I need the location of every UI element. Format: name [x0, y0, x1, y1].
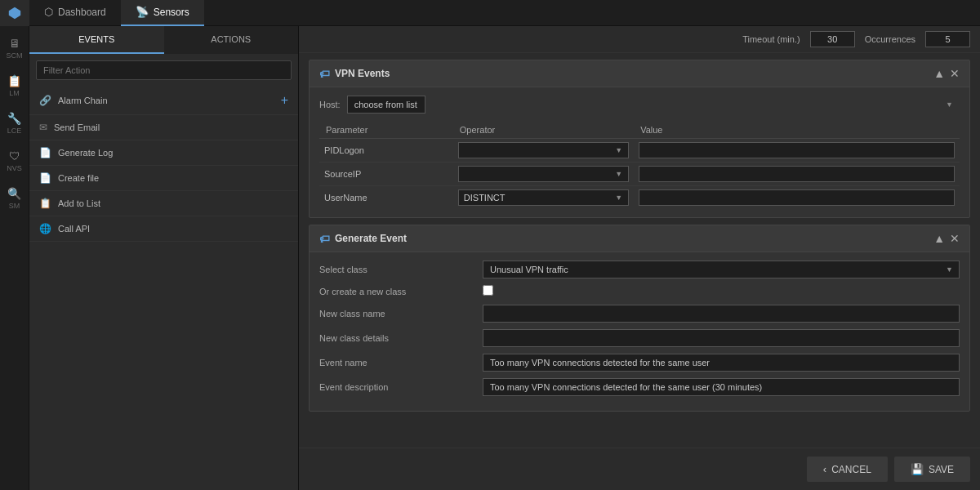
- value-input-0[interactable]: [639, 142, 955, 158]
- form-row-event-name: Event name: [319, 354, 960, 372]
- or-create-checkbox[interactable]: [483, 285, 493, 296]
- new-class-details-input[interactable]: [483, 329, 960, 347]
- or-create-label: Or create a new class: [319, 287, 483, 296]
- timeout-input[interactable]: [810, 31, 855, 47]
- left-panel: EVENTS ACTIONS 🔗 Alarm Chain +: [29, 26, 299, 490]
- call-api-icon: 🌐: [39, 223, 51, 234]
- action-item-send-email[interactable]: ✉ Send Email: [29, 115, 298, 140]
- col-operator: Operator: [453, 122, 634, 139]
- dashboard-icon: ⬡: [44, 6, 53, 18]
- operator-select-2[interactable]: DISTINCT: [458, 189, 629, 206]
- save-icon: 💾: [911, 463, 924, 475]
- action-item-generate-log[interactable]: 📄 Generate Log: [29, 140, 298, 166]
- col-parameter: Parameter: [319, 122, 453, 139]
- generate-event-card: 🏷 Generate Event ▲ ✕ Select class: [309, 225, 970, 412]
- param-name-0: PIDLogon: [324, 145, 364, 155]
- host-select[interactable]: choose from list: [347, 96, 425, 114]
- cancel-button[interactable]: ‹ CANCEL: [807, 457, 888, 482]
- action-item-add-to-list[interactable]: 📋 Add to List: [29, 191, 298, 216]
- filter-input[interactable]: [36, 60, 292, 80]
- lce-icon: 🔧: [7, 112, 21, 125]
- event-description-label: Event description: [319, 382, 483, 392]
- sidebar: 🖥 SCM 📋 LM 🔧 LCE 🛡 NVS 🔍 SM: [0, 26, 29, 490]
- vpn-events-close-button[interactable]: ✕: [950, 67, 960, 80]
- new-class-name-label: New class name: [319, 309, 483, 318]
- generate-event-icon: 🏷: [319, 233, 330, 245]
- subtabs: EVENTS ACTIONS: [29, 26, 298, 54]
- generate-event-collapse-button[interactable]: ▲: [933, 232, 945, 245]
- generate-event-header: 🏷 Generate Event ▲ ✕: [310, 225, 969, 252]
- tab-sensors[interactable]: 📡 Sensors: [121, 0, 204, 26]
- new-class-details-label: New class details: [319, 333, 483, 343]
- vpn-events-card: 🏷 VPN Events ▲ ✕ Host:: [309, 60, 970, 218]
- sidebar-item-lm[interactable]: 📋 LM: [0, 67, 29, 105]
- host-label: Host:: [319, 100, 341, 109]
- action-list: 🔗 Alarm Chain + ✉ Send Email 📄: [29, 87, 298, 490]
- table-row: SourceIP: [319, 163, 960, 186]
- action-item-call-api[interactable]: 🌐 Call API: [29, 216, 298, 242]
- select-class-label: Select class: [319, 265, 483, 274]
- param-name-1: SourceIP: [324, 169, 361, 179]
- sidebar-item-lce[interactable]: 🔧 LCE: [0, 105, 29, 142]
- bottom-bar: ‹ CANCEL 💾 SAVE: [299, 448, 980, 490]
- action-item-create-file[interactable]: 📄 Create file: [29, 166, 298, 191]
- app-logo: [0, 0, 29, 26]
- tab-events[interactable]: EVENTS: [29, 26, 164, 54]
- params-table: Parameter Operator Value PIDLogon: [319, 122, 960, 209]
- add-alarm-chain-button[interactable]: +: [281, 93, 288, 108]
- host-select-wrapper: choose from list: [347, 96, 960, 114]
- form-row-event-description: Event description: [319, 378, 960, 396]
- generate-event-close-button[interactable]: ✕: [950, 232, 960, 245]
- col-value: Value: [634, 122, 960, 139]
- host-row: Host: choose from list: [319, 96, 960, 114]
- generate-event-body: Select class Unusual VPN traffic Or crea…: [310, 252, 969, 411]
- action-item-alarm-chain[interactable]: 🔗 Alarm Chain +: [29, 87, 298, 115]
- form-row-new-class-name: New class name: [319, 305, 960, 323]
- scm-icon: 🖥: [9, 37, 20, 50]
- new-class-name-input[interactable]: [483, 305, 960, 323]
- sensors-icon: 📡: [136, 6, 149, 18]
- vpn-events-icon: 🏷: [319, 68, 330, 80]
- scroll-area: 🏷 VPN Events ▲ ✕ Host:: [299, 53, 980, 448]
- event-name-input[interactable]: [483, 354, 960, 372]
- table-row: UserName DISTINCT: [319, 186, 960, 210]
- operator-select-0[interactable]: [458, 142, 629, 158]
- tab-dashboard[interactable]: ⬡ Dashboard: [29, 0, 121, 26]
- vpn-events-title: VPN Events: [335, 68, 390, 79]
- form-row-new-class-details: New class details: [319, 329, 960, 347]
- form-row-select-class: Select class Unusual VPN traffic: [319, 261, 960, 278]
- value-input-2[interactable]: [639, 189, 955, 206]
- nvs-icon: 🛡: [9, 149, 20, 163]
- top-nav: ⬡ Dashboard 📡 Sensors: [0, 0, 980, 26]
- lm-icon: 📋: [7, 74, 21, 87]
- operator-select-1[interactable]: [458, 166, 629, 182]
- vpn-events-collapse-button[interactable]: ▲: [933, 67, 945, 80]
- select-class-select[interactable]: Unusual VPN traffic: [483, 261, 960, 278]
- vpn-events-header: 🏷 VPN Events ▲ ✕: [310, 60, 969, 87]
- sidebar-item-nvs[interactable]: 🛡 NVS: [0, 142, 29, 180]
- save-button[interactable]: 💾 SAVE: [894, 457, 970, 482]
- sidebar-item-sm[interactable]: 🔍 SM: [0, 180, 29, 217]
- vpn-events-body: Host: choose from list: [310, 87, 969, 217]
- sm-icon: 🔍: [7, 187, 21, 200]
- param-name-2: UserName: [324, 193, 368, 203]
- send-email-icon: ✉: [39, 122, 47, 133]
- tab-actions[interactable]: ACTIONS: [164, 26, 299, 54]
- form-row-or-create: Or create a new class: [319, 285, 960, 298]
- right-panel: Timeout (min.) Occurrences 🏷 VPN Events: [299, 26, 980, 490]
- value-input-1[interactable]: [639, 166, 955, 182]
- filter-container: [36, 60, 292, 80]
- cancel-icon: ‹: [823, 463, 826, 475]
- generate-log-icon: 📄: [39, 147, 51, 158]
- occurrences-input[interactable]: [925, 31, 970, 47]
- create-file-icon: 📄: [39, 172, 51, 184]
- event-description-input[interactable]: [483, 378, 960, 396]
- table-row: PIDLogon: [319, 139, 960, 163]
- event-name-label: Event name: [319, 358, 483, 368]
- sidebar-item-scm[interactable]: 🖥 SCM: [0, 29, 29, 67]
- timeout-label: Timeout (min.): [742, 34, 800, 44]
- alarm-chain-icon: 🔗: [39, 95, 51, 106]
- occurrences-label: Occurrences: [865, 34, 915, 44]
- generate-event-title: Generate Event: [335, 233, 407, 244]
- svg-marker-0: [9, 7, 20, 18]
